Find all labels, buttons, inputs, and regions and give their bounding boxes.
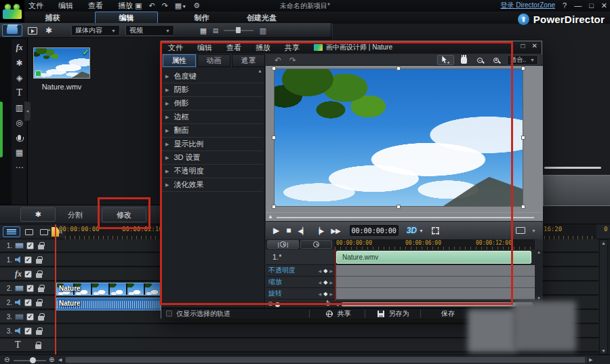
scroll-down-icon[interactable]: ▼ [535, 296, 543, 300]
resize-handle-se[interactable] [521, 205, 525, 209]
chevron-down-icon[interactable]: ▼ [419, 228, 424, 233]
redo-icon[interactable]: ↷ [162, 1, 168, 10]
add-track-button[interactable] [37, 226, 51, 237]
tab-capture[interactable]: 捕获 [14, 12, 92, 24]
next-keyframe-icon[interactable]: ▶ [329, 280, 333, 285]
resize-handle-ne[interactable] [521, 66, 525, 70]
scroll-up-icon[interactable]: ▲ [535, 250, 543, 254]
scroll-down-icon[interactable]: ▼ [600, 348, 607, 353]
zoom-out-tool-button[interactable]: - [472, 55, 487, 65]
track-enable-checkbox[interactable]: ✓ [24, 327, 32, 335]
resize-handle-sw[interactable] [272, 205, 276, 209]
slider-handle[interactable] [275, 302, 280, 307]
keyframe-vertical-scrollbar[interactable]: ▲ ▼ [535, 249, 543, 301]
property-item-chroma-key[interactable]: ▶色度键 [161, 70, 263, 83]
close-icon[interactable]: ✕ [601, 1, 607, 10]
property-item-shadow[interactable]: ▶阴影 [161, 83, 263, 97]
dialog-menu-edit[interactable]: 编辑 [197, 43, 212, 53]
timecode-display[interactable]: 00:00:00:00 [350, 225, 399, 236]
timeline-playhead[interactable] [55, 224, 56, 355]
track-enable-checkbox[interactable]: ✓ [26, 242, 34, 249]
preview-seek-slider[interactable] [544, 167, 601, 169]
keyframe-clip[interactable]: Nature.wmv [336, 251, 531, 264]
scroll-left-icon[interactable]: ◀ [58, 357, 62, 363]
menu-file[interactable]: 文件 [27, 1, 45, 11]
track-header-video-3[interactable]: 3. ✓ [0, 310, 56, 324]
track-enable-checkbox[interactable]: ✓ [26, 313, 34, 321]
room-layout-icon[interactable]: ▦▼ [175, 1, 186, 10]
resize-handle-s[interactable] [396, 205, 401, 209]
lock-icon[interactable] [36, 259, 42, 264]
undo-icon[interactable]: ↶ [148, 1, 155, 10]
stereo-3d-button[interactable]: 3D [407, 226, 417, 235]
sidebar-item-voice-over[interactable] [13, 132, 26, 142]
prev-keyframe-icon[interactable]: ◀ [319, 268, 322, 273]
fit-zoom-dropdown[interactable]: 适合..▼ [507, 55, 538, 65]
track-enable-checkbox[interactable]: ✓ [24, 270, 32, 278]
next-frame-button[interactable]: ▕▶ [314, 227, 323, 235]
sidebar-item-subtitles[interactable]: ⋯ [13, 162, 26, 172]
scrollbar-thumb[interactable] [342, 302, 533, 306]
track-enable-checkbox[interactable]: ✓ [24, 299, 32, 306]
share-button[interactable]: 共享 [312, 308, 365, 319]
save-icon[interactable]: ▣ [135, 1, 142, 10]
downloaded-media-button[interactable]: ✱ [42, 24, 56, 37]
timeline-vertical-scrollbar[interactable]: ▲ ▼ [599, 239, 608, 355]
keyframe-lane[interactable] [335, 277, 535, 288]
scroll-left-icon[interactable]: ◀ [336, 302, 339, 306]
fullscreen-icon[interactable] [432, 227, 439, 235]
sidebar-item-chapters[interactable]: ▦ [13, 147, 26, 157]
panel-collapse-handle[interactable]: ◂ [24, 102, 30, 121]
play-button[interactable]: ▶ [273, 226, 279, 235]
storyboard-view-button[interactable] [23, 226, 35, 237]
media-thumbnail[interactable]: ✓ [33, 47, 90, 79]
pip-video-object[interactable] [274, 68, 523, 207]
property-item-3d-settings[interactable]: ▶3D 设置 [161, 151, 263, 165]
property-item-fade[interactable]: ▶淡化效果 [161, 178, 263, 192]
track-header-audio-2[interactable]: 2. ✓ [0, 296, 56, 310]
dialog-tab-properties[interactable]: 属性 [163, 54, 196, 67]
timeline-clip-audio[interactable]: Nature [56, 298, 161, 310]
zoom-in-icon[interactable]: ⊕ [325, 300, 331, 307]
track-header-fx[interactable]: fx ✓ [0, 268, 56, 281]
login-directorzone-link[interactable]: 登录 DirectorZone [500, 1, 555, 10]
save-as-button[interactable]: 另存为 [366, 308, 420, 319]
next-keyframe-icon[interactable]: ▶ [329, 268, 333, 273]
maximize-icon[interactable]: □ [521, 42, 525, 49]
lock-icon[interactable] [38, 245, 44, 249]
split-button[interactable]: 分割 [53, 207, 98, 222]
stop-button[interactable]: ■ [286, 226, 290, 235]
help-icon[interactable]: ? [563, 1, 567, 9]
keyframe-lane[interactable] [335, 288, 535, 300]
select-tool-button[interactable]: + [437, 55, 454, 65]
prev-keyframe-icon[interactable]: ◀ [319, 291, 322, 296]
keyframe-horizontal-scrollbar[interactable] [342, 302, 533, 306]
lock-icon[interactable] [36, 273, 42, 278]
add-keyframe-icon[interactable]: ◆ [323, 268, 327, 274]
menu-edit[interactable]: 编辑 [57, 1, 75, 11]
dialog-menu-file[interactable]: 文件 [168, 43, 183, 53]
property-item-border[interactable]: ▶边框 [161, 110, 263, 124]
thumbnail-size-slider[interactable] [224, 30, 253, 31]
property-item-aspect-ratio[interactable]: ▶显示比例 [161, 138, 263, 151]
scroll-right-icon[interactable]: ▶ [589, 357, 592, 363]
add-keyframe-icon[interactable]: ◆ [323, 291, 327, 297]
lock-icon[interactable] [38, 316, 44, 321]
track-header-audio-1[interactable]: 1. ✓ [0, 254, 56, 267]
sidebar-item-pip-objects[interactable]: ✱ [13, 58, 26, 68]
track-header-video-1[interactable]: 1. ✓ [0, 239, 56, 253]
lock-icon[interactable] [36, 330, 42, 335]
zoom-out-icon[interactable]: ⊖ [4, 356, 9, 363]
close-icon[interactable]: ✕ [532, 42, 537, 49]
restore-icon[interactable]: □ [589, 1, 594, 9]
track-enable-checkbox[interactable]: ✓ [24, 256, 32, 264]
fast-forward-button[interactable]: ▶▶ [331, 227, 340, 235]
modify-button[interactable]: 修改 [102, 207, 146, 222]
property-item-opacity[interactable]: ▶不透明度 [161, 165, 263, 178]
media-content-dropdown[interactable]: 媒体内容▼ [71, 25, 120, 36]
minimize-icon[interactable]: — [574, 1, 582, 9]
zoom-in-icon[interactable]: ⊕ [49, 356, 54, 363]
scrubber-track[interactable] [277, 217, 534, 218]
zoom-out-icon[interactable]: ⊖ [268, 300, 273, 307]
lock-icon[interactable] [36, 302, 42, 306]
